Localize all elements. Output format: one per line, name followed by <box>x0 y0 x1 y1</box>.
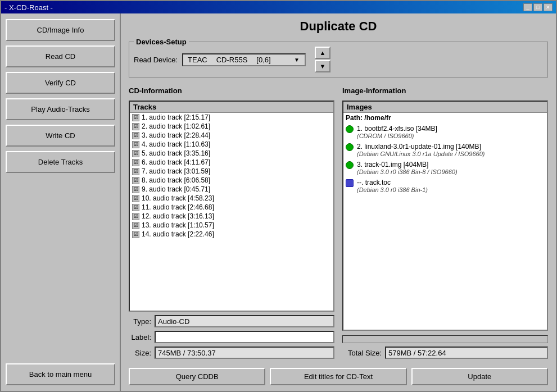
minimize-button[interactable]: _ <box>523 3 532 11</box>
title-bar-text: - X-CD-Roast - <box>4 3 53 12</box>
type-row: Type: <box>129 315 334 327</box>
track-checkbox[interactable]: ☑ <box>132 222 139 229</box>
title-bar-buttons: _ □ ✕ <box>523 3 553 11</box>
label-input[interactable] <box>155 331 334 343</box>
device-display-text: TEAC CD-R55S [0,6] <box>188 56 293 64</box>
device-id: [0,6] <box>256 56 270 64</box>
main-panel: Duplicate CD Devices-Setup Read Device: … <box>121 13 556 391</box>
track-item[interactable]: ☑ 3. audio track [2:28.44] <box>130 131 333 140</box>
track-item[interactable]: ☑ 4. audio track [1:10.63] <box>130 140 333 149</box>
sidebar-item-play-audio[interactable]: Play Audio-Tracks <box>6 98 115 120</box>
track-item[interactable]: ☑ 12. audio track [3:16.13] <box>130 212 333 221</box>
tracks-column-header: Tracks <box>130 102 333 113</box>
track-item[interactable]: ☑ 14. audio track [2:22.46] <box>130 230 333 239</box>
tracks-list[interactable]: Tracks ☑ 1. audio track [2:15.17] ☑ 2. a… <box>129 101 334 312</box>
track-checkbox[interactable]: ☑ <box>132 204 139 211</box>
image-name: 3. track-01.img [404MB] <box>357 161 458 168</box>
close-button[interactable]: ✕ <box>544 3 553 11</box>
track-checkbox[interactable]: ☑ <box>132 150 139 157</box>
track-checkbox[interactable]: ☑ <box>132 114 139 121</box>
size-label: Size: <box>129 349 151 357</box>
images-column-header: Images <box>343 102 547 113</box>
image-subtext: (Debian GNU/Linux 3.0 r1a Update / ISO96… <box>357 151 484 157</box>
track-checkbox[interactable]: ☑ <box>132 132 139 139</box>
type-input[interactable] <box>155 315 334 327</box>
image-details: 2. linuxland-3.0r1-update-01.img [140MB]… <box>357 143 484 157</box>
main-window: - X-CD-Roast - _ □ ✕ CD/Image Info Read … <box>0 0 557 392</box>
cd-info-section: CD-Information Tracks ☑ 1. audio track [… <box>129 86 334 359</box>
track-label: 13. audio track [1:10.57] <box>142 221 214 229</box>
sidebar-item-verify-cd[interactable]: Verify CD <box>6 72 115 94</box>
maximize-button[interactable]: □ <box>533 3 542 11</box>
update-button[interactable]: Update <box>411 368 548 385</box>
track-item[interactable]: ☑ 2. audio track [1:02.61] <box>130 122 333 131</box>
devices-setup-section: Devices-Setup Read Device: TEAC CD-R55S … <box>129 42 548 78</box>
track-label: 7. audio track [3:01.59] <box>142 167 210 175</box>
image-name: 1. bootbf2.4-xfs.iso [34MB] <box>357 125 437 133</box>
device-display: TEAC CD-R55S [0,6] ▼ <box>182 53 306 66</box>
image-subtext: (CDROM / ISO9660) <box>357 133 437 139</box>
cd-info-header: CD-Information <box>129 86 334 95</box>
track-checkbox[interactable]: ☑ <box>132 186 139 193</box>
size-input[interactable] <box>155 347 334 359</box>
content-columns: CD-Information Tracks ☑ 1. audio track [… <box>129 86 548 359</box>
device-up-button[interactable]: ▲ <box>315 47 330 59</box>
track-checkbox[interactable]: ☑ <box>132 177 139 184</box>
track-item[interactable]: ☑ 13. audio track [1:10.57] <box>130 221 333 230</box>
track-item[interactable]: ☑ 7. audio track [3:01.59] <box>130 167 333 176</box>
type-label: Type: <box>129 317 151 326</box>
image-item[interactable]: 1. bootbf2.4-xfs.iso [34MB] (CDROM / ISO… <box>343 123 547 141</box>
edit-titles-button[interactable]: Edit titles for CD-Text <box>270 368 406 385</box>
title-bar-left: - X-CD-Roast - <box>4 3 53 12</box>
devices-setup-label: Devices-Setup <box>134 38 189 46</box>
sidebar-item-delete-tracks[interactable]: Delete Tracks <box>6 151 115 173</box>
track-item[interactable]: ☑ 9. audio track [0:45.71] <box>130 185 333 194</box>
image-status-dot <box>346 125 354 133</box>
label-row: Label: <box>129 331 334 343</box>
track-checkbox[interactable]: ☑ <box>132 195 139 202</box>
image-name: --. track.toc <box>357 179 428 186</box>
device-arrow-icon: ▼ <box>293 57 300 63</box>
track-item[interactable]: ☑ 5. audio track [3:35.16] <box>130 149 333 158</box>
sidebar-item-write-cd[interactable]: Write CD <box>6 125 115 147</box>
track-label: 4. audio track [1:10.63] <box>142 140 210 148</box>
track-item[interactable]: ☑ 11. audio track [2:46.68] <box>130 203 333 212</box>
back-to-main-menu-button[interactable]: Back to main menu <box>6 363 115 385</box>
image-item[interactable]: 2. linuxland-3.0r1-update-01.img [140MB]… <box>343 141 547 159</box>
device-down-button[interactable]: ▼ <box>315 60 330 72</box>
sidebar-item-cd-image-info[interactable]: CD/Image Info <box>6 19 115 41</box>
bottom-buttons: Query CDDB Edit titles for CD-Text Updat… <box>129 364 548 385</box>
image-details: 1. bootbf2.4-xfs.iso [34MB] (CDROM / ISO… <box>357 125 437 139</box>
track-label: 3. audio track [2:28.44] <box>142 131 210 139</box>
query-cddb-button[interactable]: Query CDDB <box>129 368 265 385</box>
read-device-row: Read Device: TEAC CD-R55S [0,6] ▼ ▲ ▼ <box>134 47 543 72</box>
track-item[interactable]: ☑ 6. audio track [4:11.67] <box>130 158 333 167</box>
track-checkbox[interactable]: ☑ <box>132 168 139 175</box>
image-scrollbar-horizontal[interactable] <box>342 335 548 343</box>
track-label: 11. audio track [2:46.68] <box>142 203 214 211</box>
track-item[interactable]: ☑ 10. audio track [4:58.23] <box>130 194 333 203</box>
total-size-input[interactable] <box>385 347 548 359</box>
image-item[interactable]: 3. track-01.img [404MB] (Debian 3.0 r0 i… <box>343 159 547 177</box>
image-item[interactable]: --. track.toc (Debian 3.0 r0 i386 Bin-1) <box>343 177 547 195</box>
track-checkbox[interactable]: ☑ <box>132 213 139 220</box>
image-details: 3. track-01.img [404MB] (Debian 3.0 r0 i… <box>357 161 458 175</box>
total-size-label: Total Size: <box>342 349 382 357</box>
track-label: 9. audio track [0:45.71] <box>142 185 210 193</box>
track-label: 10. audio track [4:58.23] <box>142 194 214 202</box>
track-label: 6. audio track [4:11.67] <box>142 158 210 166</box>
track-checkbox[interactable]: ☑ <box>132 159 139 166</box>
images-list[interactable]: Images Path: /home/fr 1. bootbf2.4-xfs.i… <box>342 101 548 331</box>
image-status-dot <box>346 179 354 187</box>
read-device-label: Read Device: <box>134 56 178 64</box>
track-checkbox[interactable]: ☑ <box>132 123 139 130</box>
track-item[interactable]: ☑ 8. audio track [6:06.58] <box>130 176 333 185</box>
track-checkbox[interactable]: ☑ <box>132 231 139 238</box>
image-subtext: (Debian 3.0 r0 i386 Bin-8 / ISO9660) <box>357 168 458 175</box>
track-item[interactable]: ☑ 1. audio track [2:15.17] <box>130 113 333 122</box>
device-model: CD-R55S <box>216 56 248 64</box>
track-checkbox[interactable]: ☑ <box>132 141 139 148</box>
sidebar-item-read-cd[interactable]: Read CD <box>6 45 115 67</box>
track-label: 8. audio track [6:06.58] <box>142 176 210 184</box>
track-label: 5. audio track [3:35.16] <box>142 149 210 157</box>
